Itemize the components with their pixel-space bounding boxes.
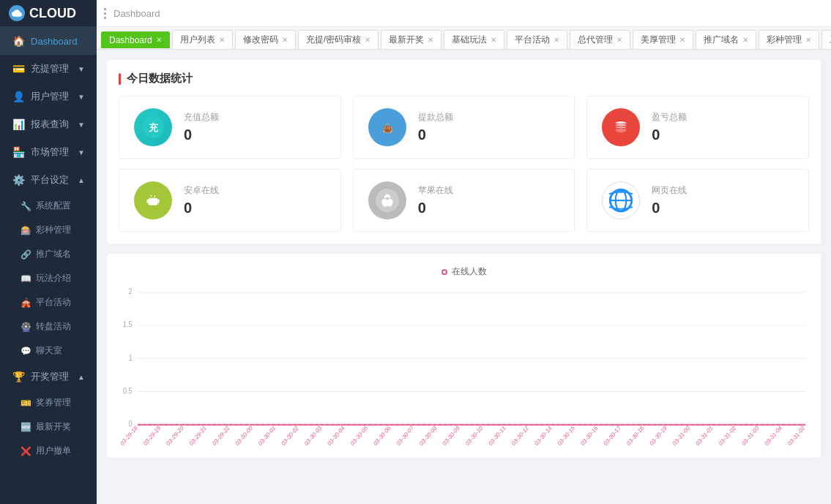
svg-text:03-30-12: 03-30-12 (510, 424, 530, 446)
tab-close-promote[interactable]: ✕ (742, 36, 748, 44)
tab-dashboard[interactable]: Dashboard ✕ (101, 31, 170, 48)
sidebar-item-kaijiangg[interactable]: 🏆 开奖管理 ▲ (0, 363, 97, 391)
tab-userlist[interactable]: 用户列表 ✕ (172, 30, 233, 49)
stat-info-web: 网页在线 0 (652, 184, 687, 217)
svg-text:03-29-22: 03-29-22 (212, 424, 231, 446)
sidebar-item-zhuan[interactable]: 🎡 转盘活动 (0, 315, 97, 339)
main-area: Dashboard Dashboard ✕ 用户列表 ✕ 修改密码 ✕ 充提/密… (97, 0, 831, 504)
tab-beauty[interactable]: 美厚管理 ✕ (633, 30, 693, 49)
stat-value-yingkui: 0 (652, 127, 660, 143)
stat-info-chongzhi: 充值总额 0 (184, 111, 219, 143)
tab-label-beauty: 美厚管理 (641, 34, 676, 46)
stat-value-android: 0 (184, 200, 192, 217)
sidebar-item-yonghu[interactable]: 👤 用户管理 ▼ (0, 83, 97, 110)
svg-rect-13 (149, 198, 158, 206)
sidebar-item-yonghu-chedan[interactable]: ❌ 用户撤单 (0, 439, 97, 463)
sidebar-item-zuixin-kaijiang[interactable]: 🆕 最新开奖 (0, 415, 97, 439)
stats-row-2: 安卓在线 0 苹果在线 0 (119, 169, 809, 232)
activity-icon: 🎪 (21, 298, 31, 308)
chat-icon: 💬 (21, 346, 31, 356)
domain-icon: 🔗 (21, 249, 31, 260)
stat-label-android: 安卓在线 (184, 184, 219, 197)
tab-label-dashboard: Dashboard (109, 35, 152, 45)
stat-card-chongzhi: 充 充值总额 0 (119, 96, 341, 159)
spin-icon: 🎡 (21, 322, 31, 332)
sidebar-item-tuiguang[interactable]: 🔗 推广域名 (0, 242, 97, 266)
sidebar-item-dashboard[interactable]: 🏠 Dashboard (0, 27, 97, 55)
stat-label-chongzhi: 充值总额 (184, 111, 219, 124)
svg-text:e: e (620, 189, 623, 194)
tab-close-latest[interactable]: ✕ (428, 36, 433, 44)
stat-label-yingkui: 盈亏总额 (652, 111, 687, 124)
cancel-icon: ❌ (21, 446, 31, 456)
sidebar-item-xitong[interactable]: 🔧 系统配置 (0, 194, 97, 218)
svg-point-21 (154, 199, 156, 200)
svg-text:03-30-10: 03-30-10 (464, 424, 484, 446)
sidebar-item-pingtai-huodong[interactable]: 🎪 平台活动 (0, 290, 97, 315)
logo-icon (9, 5, 25, 21)
sidebar-label-yonghu: 用户管理 (31, 90, 69, 103)
svg-text:03-29-19: 03-29-19 (142, 424, 162, 446)
svg-text:03-30-19: 03-30-19 (649, 424, 668, 446)
svg-text:03-30-15: 03-30-15 (556, 424, 576, 446)
arrow-icon-4: ▼ (78, 148, 85, 157)
tab-audit[interactable]: 充提/密码审核 ✕ (298, 30, 379, 49)
svg-text:03-30-03: 03-30-03 (303, 424, 323, 446)
sidebar-item-chongti[interactable]: 💳 充提管理 ▼ (0, 55, 97, 83)
stat-info-yingkui: 盈亏总额 0 (652, 111, 687, 143)
svg-text:03-30-18: 03-30-18 (625, 424, 645, 446)
svg-text:03-31-03: 03-31-03 (741, 424, 761, 446)
sidebar-item-pingtai[interactable]: ⚙️ 平台设定 ▲ (0, 166, 97, 194)
tab-platform[interactable]: 平台活动 ✕ (507, 30, 567, 49)
tab-sysconfig[interactable]: 系统配置 ✕ (821, 30, 831, 49)
tab-close-lottery-mgmt[interactable]: ✕ (805, 36, 811, 44)
svg-text:03-30-09: 03-30-09 (441, 424, 461, 446)
tabs-bar: Dashboard ✕ 用户列表 ✕ 修改密码 ✕ 充提/密码审核 ✕ 最新开奖… (97, 27, 831, 50)
stat-value-web: 0 (652, 200, 660, 217)
apple-icon (368, 181, 406, 219)
tab-close-password[interactable]: ✕ (282, 36, 288, 44)
sidebar-label-chedan: 用户撤单 (36, 445, 71, 457)
sidebar-label-pingtai: 平台设定 (31, 173, 69, 187)
svg-text:03-30-00: 03-30-00 (234, 424, 254, 446)
app-logo: CLOUD (0, 0, 97, 27)
sidebar-label-chat: 聊天室 (36, 345, 62, 357)
yuan-icon: 充 (134, 108, 172, 146)
arrow-icon-3: ▼ (78, 121, 85, 129)
stat-value-apple: 0 (418, 200, 426, 217)
tab-close-userlist[interactable]: ✕ (219, 36, 225, 44)
svg-text:充: 充 (148, 122, 159, 133)
sidebar-item-chat[interactable]: 💬 聊天室 (0, 339, 97, 363)
tab-promote[interactable]: 推广域名 ✕ (696, 30, 756, 49)
stat-card-web: e 网页在线 0 (586, 169, 809, 232)
svg-point-20 (150, 199, 152, 200)
tab-close-platform[interactable]: ✕ (554, 36, 559, 44)
sidebar-item-baobiao[interactable]: 📊 报表查询 ▼ (0, 110, 97, 138)
sidebar-label-caizhong: 彩种管理 (36, 224, 71, 236)
home-icon: 🏠 (12, 34, 25, 48)
sidebar-item-jiangjuan[interactable]: 🎫 奖券管理 (0, 391, 97, 415)
tab-lottery-mgmt[interactable]: 彩种管理 ✕ (759, 30, 819, 49)
topbar: Dashboard (97, 0, 831, 27)
tab-password[interactable]: 修改密码 ✕ (235, 30, 296, 49)
tab-latest[interactable]: 最新开奖 ✕ (381, 30, 441, 49)
tab-close-audit[interactable]: ✕ (365, 36, 370, 44)
tab-close-beauty[interactable]: ✕ (679, 36, 685, 44)
sidebar-item-shichang[interactable]: 🏪 市场管理 ▼ (0, 138, 97, 166)
tab-agent[interactable]: 总代管理 ✕ (570, 30, 630, 49)
chart-section: 在线人数 2 1.5 1 0.5 0 (107, 254, 821, 458)
ie-icon: e (602, 181, 640, 219)
sidebar-item-caizhong[interactable]: 🎰 彩种管理 (0, 218, 97, 242)
sidebar-item-wanfa[interactable]: 📖 玩法介绍 (0, 266, 97, 290)
grip-icon (104, 8, 106, 19)
wallet-stat-icon: 👜 (368, 108, 406, 146)
svg-text:1: 1 (129, 353, 133, 362)
tab-close-dashboard[interactable]: ✕ (156, 36, 162, 44)
tab-close-agent[interactable]: ✕ (616, 36, 622, 44)
stat-value-chongzhi: 0 (184, 127, 192, 143)
tab-basic[interactable]: 基础玩法 ✕ (444, 30, 504, 49)
arrow-icon-5: ▲ (78, 176, 85, 184)
tab-close-basic[interactable]: ✕ (491, 36, 496, 44)
svg-text:03-30-06: 03-30-06 (373, 424, 392, 446)
svg-text:03-30-11: 03-30-11 (488, 424, 507, 446)
